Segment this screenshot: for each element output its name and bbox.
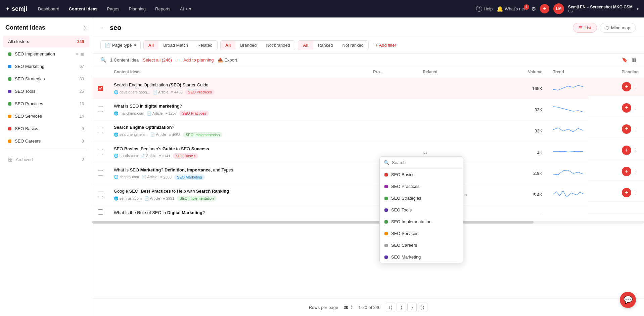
nav-dashboard[interactable]: Dashboard	[34, 4, 63, 13]
filter-branded[interactable]: Branded	[235, 41, 261, 50]
more-options-button[interactable]: ⋮	[633, 84, 639, 90]
add-to-planning-row-button[interactable]: +	[622, 82, 631, 91]
more-options-button[interactable]: ⋮	[633, 126, 639, 132]
dropdown-item-seo-strategies[interactable]: SEO Strategies	[380, 192, 463, 204]
more-options-button[interactable]: ⋮	[633, 147, 639, 154]
meta-domain: 🌐 mailchimp.com	[114, 111, 144, 116]
cluster-tag[interactable]: SEO Implementation	[177, 196, 217, 201]
row-select-checkbox[interactable]	[98, 128, 103, 133]
user-menu-chevron[interactable]: ▾	[637, 6, 639, 11]
page-type-filter[interactable]: 📄 Page type ▾	[100, 40, 141, 50]
sidebar-divider	[5, 150, 87, 150]
add-to-planning-button[interactable]: + + Add to planning	[176, 57, 214, 63]
cluster-dropdown: 🔍 SEO Basics SEO Practices SEO Strategie…	[379, 156, 463, 263]
archive-icon[interactable]: ▦	[80, 52, 84, 56]
sidebar-item-seo-basics[interactable]: SEO Basics 9	[3, 123, 89, 134]
cluster-tag[interactable]: SEO Practices	[185, 89, 215, 95]
filter-all-brand[interactable]: All	[221, 41, 236, 50]
row-select-checkbox[interactable]	[98, 149, 103, 154]
add-to-planning-row-button[interactable]: +	[622, 103, 631, 113]
select-all-button[interactable]: Select all (246)	[143, 57, 172, 63]
more-options-button[interactable]: ⋮	[633, 105, 639, 111]
nav-content-ideas[interactable]: Content Ideas	[65, 4, 102, 13]
dropdown-item-seo-basics[interactable]: SEO Basics	[380, 169, 463, 181]
horizontal-scrollbar[interactable]	[92, 221, 644, 224]
filter-not-ranked[interactable]: Not ranked	[337, 41, 368, 50]
app-logo[interactable]: ✦ semji	[5, 5, 27, 12]
chat-button[interactable]: 💬	[620, 292, 636, 308]
more-options-button[interactable]: ⋮	[633, 168, 639, 175]
filter-broad-match[interactable]: Broad Match	[158, 41, 193, 50]
dropdown-item-seo-marketing[interactable]: SEO Marketing	[380, 251, 463, 263]
settings-icon[interactable]: ⚙	[531, 6, 536, 12]
row-select-checkbox[interactable]	[98, 192, 103, 197]
all-clusters-label: All clusters	[8, 39, 29, 44]
whatsnew-button[interactable]: 🔔 What's new 4	[497, 6, 527, 12]
next-page-button[interactable]: ⟩	[407, 303, 417, 312]
row-select-checkbox[interactable]	[98, 86, 103, 91]
add-to-planning-row-button[interactable]: +	[622, 124, 631, 134]
rows-down-arrow[interactable]: ▼	[351, 307, 353, 310]
sidebar-archived[interactable]: ▦ Archived 0	[3, 153, 89, 165]
last-page-button[interactable]: ⟩⟩	[418, 303, 427, 312]
first-page-button[interactable]: ⟨⟨	[386, 303, 395, 312]
meta-words: ≡ 3931	[163, 196, 174, 200]
row-select-checkbox[interactable]	[98, 170, 103, 175]
sidebar-item-seo-marketing[interactable]: SEO Marketing 67	[3, 61, 89, 72]
create-button[interactable]: +	[540, 4, 549, 13]
row-select-checkbox[interactable]	[98, 107, 103, 112]
add-filter-button[interactable]: + Add filter	[371, 41, 400, 50]
sidebar-item-seo-services[interactable]: SEO Services 14	[3, 110, 89, 122]
sidebar-item-seo-careers[interactable]: SEO Careers 8	[3, 135, 89, 147]
cluster-tag[interactable]: SEO Practices	[179, 111, 209, 116]
filter-ranked[interactable]: Ranked	[313, 41, 338, 50]
archive-box-icon: ▦	[8, 157, 12, 162]
edit-icon[interactable]: ✏	[76, 52, 79, 56]
rows-per-page-selector[interactable]: 20 ▲ ▼	[343, 305, 353, 310]
nav-planning[interactable]: Planning	[125, 4, 150, 13]
dropdown-item-label: SEO Tools	[391, 207, 412, 212]
nav-ai[interactable]: AI + ▾	[176, 4, 195, 13]
dropdown-item-seo-practices[interactable]: SEO Practices	[380, 181, 463, 192]
archive-icon[interactable]: ▦	[632, 57, 636, 63]
sidebar-collapse-button[interactable]: ⟨⟨	[83, 25, 87, 31]
cluster-tag[interactable]: SEO Basics	[173, 153, 198, 159]
dropdown-item-seo-implementation[interactable]: SEO Implementation	[380, 216, 463, 228]
mindmap-view-button[interactable]: ⬡ Mind map	[600, 23, 636, 33]
dropdown-item-seo-services[interactable]: SEO Services	[380, 228, 463, 239]
add-to-planning-row-button[interactable]: +	[622, 146, 631, 155]
row-select-checkbox[interactable]	[98, 209, 103, 215]
filter-related[interactable]: Related	[193, 41, 217, 50]
help-button[interactable]: ? Help	[476, 6, 493, 12]
page-icon: 📄	[105, 43, 110, 48]
sidebar-item-seo-tools[interactable]: SEO Tools 25	[3, 85, 89, 97]
more-options-button[interactable]: ⋮	[633, 190, 639, 196]
filter-all-match[interactable]: All	[144, 41, 159, 50]
add-to-planning-row-button[interactable]: +	[622, 167, 631, 176]
sidebar-all-clusters[interactable]: All clusters 246	[3, 36, 89, 47]
filter-not-branded[interactable]: Not branded	[261, 41, 295, 50]
avatar[interactable]: LM	[553, 3, 564, 14]
dropdown-search-input[interactable]	[392, 160, 459, 165]
sidebar-item-seo-implementation[interactable]: SEO Implementation ✏ ▦	[3, 48, 89, 60]
add-to-planning-row-button[interactable]: +	[622, 188, 631, 197]
nav-pages[interactable]: Pages	[103, 4, 124, 13]
dropdown-item-seo-tools[interactable]: SEO Tools	[380, 204, 463, 216]
dropdown-item-label: SEO Careers	[391, 243, 417, 248]
sidebar-item-seo-strategies[interactable]: SEO Strategies 30	[3, 73, 89, 85]
bookmark-icon[interactable]: 🔖	[622, 57, 628, 63]
filter-all-rank[interactable]: All	[298, 41, 313, 50]
cluster-count: 14	[80, 114, 84, 119]
back-button[interactable]: ←	[100, 25, 106, 31]
cluster-tag[interactable]: SEO Implementation	[183, 132, 223, 137]
cluster-dot	[8, 65, 11, 68]
export-button[interactable]: 📤 Export	[218, 57, 237, 63]
search-icon[interactable]: 🔍	[100, 57, 106, 63]
prev-page-button[interactable]: ⟨	[397, 303, 406, 312]
sidebar-item-seo-practices[interactable]: SEO Practices 16	[3, 98, 89, 110]
nav-reports[interactable]: Reports	[151, 4, 175, 13]
list-view-button[interactable]: ☰ List	[573, 23, 597, 33]
sidebar-title: Content Ideas	[5, 24, 45, 31]
cluster-tag[interactable]: SEO Marketing	[174, 174, 205, 180]
dropdown-item-seo-careers[interactable]: SEO Careers	[380, 239, 463, 251]
